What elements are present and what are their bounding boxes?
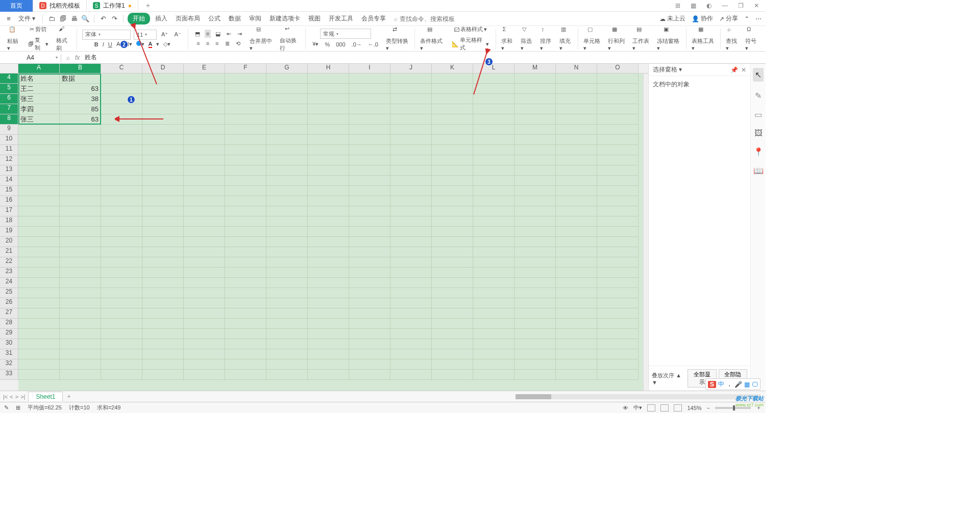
menu-review[interactable]: 审阅 [246, 13, 264, 25]
status-input-icon[interactable]: ⊞ [16, 404, 20, 411]
align-left-icon[interactable]: ≡ [195, 39, 201, 47]
align-bottom-icon[interactable]: ⬓ [214, 30, 222, 38]
col-header[interactable]: L [473, 64, 514, 73]
find-button[interactable]: ⌕查找▾ [723, 26, 742, 52]
dec-inc-icon[interactable]: .0→ [350, 40, 363, 49]
row-header[interactable]: 27 [0, 308, 18, 319]
row-header[interactable]: 15 [0, 186, 18, 196]
file-menu[interactable]: 文件 ▾ [15, 13, 38, 25]
ruler-icon[interactable]: ▭ [754, 110, 762, 119]
ime-keyboard-icon[interactable]: ▦ [744, 381, 750, 388]
align-right-icon[interactable]: ≡ [214, 39, 220, 47]
cut-button[interactable]: ✂ 剪切 [28, 25, 48, 34]
cell[interactable]: 王二 [18, 84, 60, 94]
font-color-button[interactable]: A [149, 41, 152, 48]
menu-newtab[interactable]: 新建选项卡 [266, 13, 303, 25]
ime-mic-icon[interactable]: 🎤 [734, 381, 742, 388]
cell[interactable]: 63 [60, 84, 101, 94]
qa-open-icon[interactable]: 🗀 [47, 14, 56, 23]
close-button[interactable]: ✕ [751, 1, 762, 11]
paste-button[interactable]: 📋粘贴▾ [4, 26, 23, 52]
ime-lang[interactable]: 中 [718, 380, 724, 389]
row-header[interactable]: 28 [0, 319, 18, 329]
select-all-corner[interactable] [0, 64, 18, 73]
new-tab-button[interactable]: ＋ [138, 0, 158, 12]
lang-icon[interactable]: 中▾ [633, 404, 642, 412]
col-header[interactable]: D [142, 64, 184, 73]
undo-icon[interactable]: ↶ [99, 14, 108, 23]
row-header[interactable]: 18 [0, 216, 18, 227]
menu-formula[interactable]: 公式 [205, 13, 224, 25]
row-header[interactable]: 9 [0, 125, 18, 135]
row-header[interactable]: 13 [0, 165, 18, 176]
row-header[interactable]: 12 [0, 155, 18, 165]
col-header[interactable]: C [101, 64, 142, 73]
indent-dec-icon[interactable]: ⇤ [225, 30, 233, 38]
col-header[interactable]: E [184, 64, 225, 73]
spreadsheet-grid[interactable]: A B C D E F G H I J K L M N O 4 5 6 7 8 … [0, 64, 648, 391]
view-normal-icon[interactable] [647, 404, 655, 412]
row-header[interactable]: 23 [0, 268, 18, 278]
col-header[interactable]: G [266, 64, 308, 73]
cell[interactable]: 38 [60, 94, 101, 104]
row-header[interactable]: 6 [0, 94, 18, 104]
image-icon[interactable]: 🖼 [754, 129, 763, 138]
sheet-nav-first-icon[interactable]: |< [3, 394, 8, 400]
italic-button[interactable]: I [103, 41, 104, 47]
command-search-input[interactable] [400, 15, 461, 22]
qa-save-icon[interactable]: 🗐 [58, 14, 67, 23]
cond-format-button[interactable]: ▤条件格式▾ [417, 26, 447, 52]
row-header[interactable]: 24 [0, 278, 18, 288]
filter-button[interactable]: ▽筛选▾ [518, 26, 537, 52]
col-header[interactable]: J [390, 64, 432, 73]
worksheet-button[interactable]: ▤工作表▾ [629, 26, 654, 52]
horizontal-scrollbar[interactable] [75, 394, 763, 399]
cancel-icon[interactable]: ⌕ [66, 54, 70, 61]
decrease-font-icon[interactable]: A⁻ [173, 30, 182, 39]
eye-icon[interactable]: 👁 [623, 405, 628, 411]
col-header[interactable]: H [308, 64, 349, 73]
align-top-icon[interactable]: ⬒ [193, 30, 202, 38]
qa-preview-icon[interactable]: 🔍 [81, 14, 90, 23]
row-header[interactable]: 14 [0, 176, 18, 186]
menu-layout[interactable]: 页面布局 [173, 13, 203, 25]
menu-start[interactable]: 开始 [128, 13, 150, 25]
align-middle-icon[interactable]: ≡ [205, 30, 211, 38]
currency-icon[interactable]: ¥▾ [311, 40, 320, 49]
cell-button[interactable]: ▢单元格▾ [580, 26, 605, 52]
user-avatar[interactable]: ◐ [704, 1, 714, 11]
col-header[interactable]: K [432, 64, 473, 73]
menu-data[interactable]: 数据 [226, 13, 244, 25]
sheet-nav-prev-icon[interactable]: < [10, 394, 13, 400]
row-header[interactable]: 21 [0, 247, 18, 257]
row-header[interactable]: 10 [0, 135, 18, 145]
row-header[interactable]: 31 [0, 349, 18, 359]
tab-template[interactable]: D 找稻壳模板 [33, 0, 87, 12]
row-header[interactable]: 19 [0, 227, 18, 237]
underline-button[interactable]: U [108, 41, 112, 47]
qa-print-icon[interactable]: 🖶 [69, 14, 79, 23]
row-header[interactable]: 33 [0, 370, 18, 380]
row-header[interactable]: 30 [0, 339, 18, 349]
collapse-ribbon-icon[interactable]: ⌃ [744, 15, 749, 22]
row-header[interactable]: 22 [0, 257, 18, 268]
cell[interactable]: 数据 [60, 74, 101, 84]
border-button[interactable]: ⊞▾ [125, 41, 132, 47]
font-name-select[interactable]: 宋体▾ [82, 30, 131, 40]
indent-inc-icon[interactable]: ⇥ [236, 30, 243, 38]
clear-format-button[interactable]: ◇▾ [163, 41, 170, 47]
row-header[interactable]: 16 [0, 196, 18, 206]
col-header[interactable]: O [597, 64, 639, 73]
number-format-select[interactable]: 常规▾ [320, 29, 371, 39]
add-sheet-button[interactable]: ＋ [66, 392, 72, 401]
fill-button[interactable]: ▥填充▾ [556, 26, 576, 52]
row-header[interactable]: 29 [0, 329, 18, 339]
share-button[interactable]: ↗ 分享 [719, 14, 738, 23]
collab-button[interactable]: 👤 协作 [692, 14, 713, 23]
format-painter-button[interactable]: 🖌格式刷 [53, 26, 75, 52]
sheet-nav-next-icon[interactable]: > [15, 394, 18, 400]
wrap-text-button[interactable]: ↩自动换行 [277, 26, 304, 52]
row-header[interactable]: 8 [0, 114, 18, 125]
redo-icon[interactable]: ↷ [110, 14, 119, 23]
strike-button[interactable]: A̶ [116, 41, 120, 47]
